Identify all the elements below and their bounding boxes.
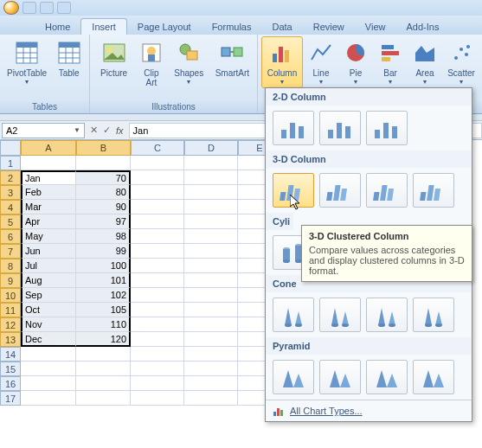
chevron-down-icon[interactable]: ▼ bbox=[74, 126, 80, 134]
row-header[interactable]: 11 bbox=[0, 303, 21, 317]
cell[interactable] bbox=[131, 288, 184, 303]
cell[interactable] bbox=[131, 317, 184, 332]
name-box[interactable]: A2 ▼ bbox=[2, 123, 85, 138]
cell[interactable] bbox=[184, 170, 238, 185]
cell[interactable] bbox=[131, 200, 184, 214]
line-chart-button[interactable]: Line▾ bbox=[305, 36, 337, 88]
cell[interactable]: Jun bbox=[21, 244, 76, 259]
row-header[interactable]: 1 bbox=[0, 156, 21, 170]
chart-type-thumb[interactable] bbox=[319, 360, 361, 394]
bar-chart-button[interactable]: Bar▾ bbox=[374, 36, 407, 88]
chart-type-thumb[interactable] bbox=[273, 360, 314, 394]
cell[interactable] bbox=[131, 303, 184, 317]
smartart-button[interactable]: SmartArt bbox=[211, 36, 254, 80]
cell[interactable] bbox=[184, 332, 238, 347]
cell[interactable] bbox=[131, 244, 184, 259]
row-header[interactable]: 9 bbox=[0, 273, 21, 288]
chart-type-thumb[interactable] bbox=[319, 298, 361, 332]
enter-formula-icon[interactable]: ✓ bbox=[103, 125, 111, 136]
cell[interactable]: Jan bbox=[21, 170, 76, 185]
cell[interactable]: Nov bbox=[21, 317, 76, 332]
tab-home[interactable]: Home bbox=[35, 19, 80, 35]
pivottable-button[interactable]: PivotTable▾ bbox=[3, 36, 50, 88]
cell[interactable] bbox=[184, 362, 238, 376]
chart-type-thumb[interactable] bbox=[273, 173, 314, 208]
picture-button[interactable]: Picture bbox=[93, 36, 134, 80]
pie-chart-button[interactable]: Pie▾ bbox=[339, 36, 372, 88]
cell[interactable] bbox=[184, 273, 238, 288]
tab-page-layout[interactable]: Page Layout bbox=[127, 19, 202, 35]
cell[interactable] bbox=[184, 347, 238, 362]
scatter-chart-button[interactable]: Scatter▾ bbox=[443, 36, 479, 88]
cell[interactable]: Aug bbox=[21, 273, 76, 288]
chart-type-thumb[interactable] bbox=[366, 298, 408, 332]
cell[interactable] bbox=[184, 259, 238, 273]
cell[interactable] bbox=[131, 229, 184, 244]
col-header[interactable]: C bbox=[131, 140, 184, 156]
row-header[interactable]: 12 bbox=[0, 317, 21, 332]
col-header[interactable]: A bbox=[21, 140, 76, 156]
row-header[interactable]: 2 bbox=[0, 170, 21, 185]
cell[interactable]: Mar bbox=[21, 200, 76, 214]
cell[interactable] bbox=[76, 362, 131, 376]
cell[interactable]: May bbox=[21, 229, 76, 244]
cell[interactable] bbox=[131, 391, 184, 406]
chart-type-thumb[interactable] bbox=[319, 173, 361, 208]
row-header[interactable]: 13 bbox=[0, 332, 21, 347]
col-header[interactable]: D bbox=[184, 140, 238, 156]
table-button[interactable]: Table bbox=[52, 36, 86, 80]
cell[interactable] bbox=[131, 347, 184, 362]
row-header[interactable]: 3 bbox=[0, 185, 21, 200]
cell[interactable]: Apr bbox=[21, 214, 76, 229]
chart-type-thumb[interactable] bbox=[413, 298, 454, 332]
chart-type-thumb[interactable] bbox=[273, 298, 314, 332]
row-header[interactable]: 4 bbox=[0, 200, 21, 214]
cell[interactable] bbox=[184, 229, 238, 244]
cell[interactable] bbox=[21, 376, 76, 391]
cell[interactable] bbox=[184, 156, 238, 170]
all-chart-types-button[interactable]: All Chart Types... bbox=[266, 400, 472, 421]
column-chart-button[interactable]: Column▾ bbox=[261, 36, 303, 88]
chart-type-thumb[interactable] bbox=[413, 173, 454, 208]
cell[interactable]: 97 bbox=[76, 214, 131, 229]
cancel-formula-icon[interactable]: ✕ bbox=[90, 125, 98, 136]
cell[interactable] bbox=[184, 244, 238, 259]
qat-undo[interactable] bbox=[40, 2, 54, 14]
qat-save[interactable] bbox=[22, 2, 36, 14]
chart-type-thumb[interactable] bbox=[366, 173, 408, 208]
tab-data[interactable]: Data bbox=[261, 19, 302, 35]
cell[interactable]: Oct bbox=[21, 303, 76, 317]
cell[interactable]: 101 bbox=[76, 273, 131, 288]
tab-insert[interactable]: Insert bbox=[80, 18, 127, 35]
area-chart-button[interactable]: Area▾ bbox=[408, 36, 441, 88]
cell[interactable]: 80 bbox=[76, 185, 131, 200]
cell[interactable] bbox=[131, 170, 184, 185]
cell[interactable]: 98 bbox=[76, 229, 131, 244]
cell[interactable] bbox=[184, 288, 238, 303]
cell[interactable] bbox=[21, 156, 76, 170]
cell[interactable] bbox=[184, 185, 238, 200]
cell[interactable]: Feb bbox=[21, 185, 76, 200]
qat-redo[interactable] bbox=[57, 2, 71, 14]
cell[interactable] bbox=[184, 214, 238, 229]
row-header[interactable]: 14 bbox=[0, 347, 21, 362]
row-header[interactable]: 17 bbox=[0, 391, 21, 406]
cell[interactable]: 90 bbox=[76, 200, 131, 214]
office-button[interactable] bbox=[3, 1, 19, 15]
cell[interactable] bbox=[184, 200, 238, 214]
cell[interactable] bbox=[21, 347, 76, 362]
cell[interactable] bbox=[76, 391, 131, 406]
cell[interactable] bbox=[184, 376, 238, 391]
cell[interactable]: Dec bbox=[21, 332, 76, 347]
tab-formulas[interactable]: Formulas bbox=[202, 19, 262, 35]
cell[interactable] bbox=[21, 391, 76, 406]
cell[interactable]: 110 bbox=[76, 317, 131, 332]
cell[interactable] bbox=[131, 273, 184, 288]
row-header[interactable]: 10 bbox=[0, 288, 21, 303]
clipart-button[interactable]: Clip Art bbox=[136, 36, 166, 90]
cell[interactable] bbox=[76, 376, 131, 391]
col-header[interactable]: B bbox=[76, 140, 131, 156]
cell[interactable] bbox=[131, 214, 184, 229]
cell[interactable] bbox=[76, 156, 131, 170]
tab-addins[interactable]: Add-Ins bbox=[395, 19, 449, 35]
